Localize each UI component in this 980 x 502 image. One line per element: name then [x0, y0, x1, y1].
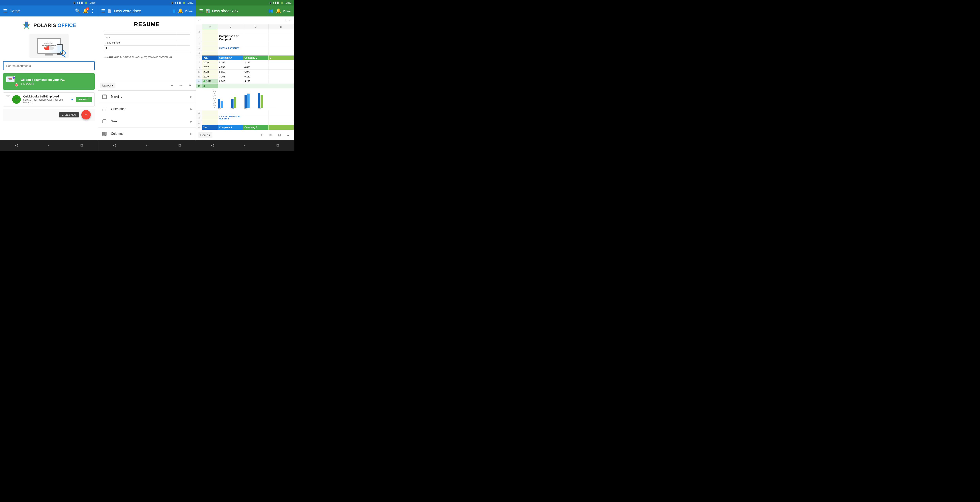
cell-d25[interactable] — [269, 110, 294, 115]
cell-b27[interactable] — [218, 120, 243, 125]
done-button-2[interactable]: Done — [185, 10, 193, 13]
cell-d6[interactable] — [269, 51, 294, 55]
promo-banner[interactable]: 👤 ⚠ Co-edit documents on your PC. See De… — [3, 73, 95, 89]
cell-b2[interactable] — [218, 29, 243, 34]
cell-a6[interactable] — [202, 51, 218, 55]
cell-d7-header[interactable]: C — [269, 56, 294, 60]
cell-a4[interactable] — [202, 41, 218, 46]
bell-icon-3[interactable]: 🔔 — [276, 8, 281, 14]
cell-d27[interactable] — [269, 120, 294, 125]
sort-desc-icon[interactable]: ⇩ — [285, 19, 287, 22]
cell-a26[interactable] — [202, 115, 218, 120]
cell-title[interactable]: Comparison of Competit — [218, 34, 243, 41]
recent-nav-icon[interactable]: □ — [81, 143, 83, 147]
hamburger-icon[interactable]: ☰ — [3, 8, 7, 14]
checkmark-icon[interactable]: ✓ — [289, 19, 291, 22]
cell-c5[interactable] — [243, 46, 269, 51]
cell-c27[interactable] — [243, 120, 269, 125]
cell-b25[interactable] — [218, 110, 243, 115]
menu-item-margins[interactable]: Margins ▶ — [98, 91, 196, 103]
create-new-fab[interactable]: + — [81, 110, 91, 120]
cell-c3[interactable] — [243, 34, 269, 41]
cell-c28-header[interactable]: Company B — [243, 125, 269, 130]
cell-b8[interactable]: 5,155 — [218, 60, 243, 65]
expand-icon[interactable]: ∨ — [186, 82, 194, 89]
menu-item-columns[interactable]: Columns ▶ — [98, 127, 196, 140]
cell-c26[interactable] — [243, 115, 269, 120]
cell-d9[interactable] — [269, 65, 294, 69]
cell-a27[interactable] — [202, 120, 218, 125]
back-nav-icon-2[interactable]: ◁ — [113, 143, 116, 147]
home-nav-icon-2[interactable]: ○ — [146, 143, 148, 147]
collapse-icon[interactable]: ∧ — [285, 132, 291, 139]
copy-icon[interactable]: ⊡ — [276, 132, 283, 139]
recent-nav-icon-2[interactable]: □ — [178, 143, 181, 147]
cell-b7-header[interactable]: Company A — [218, 56, 243, 60]
cell-d2[interactable] — [269, 29, 294, 34]
cell-d12[interactable] — [269, 79, 294, 83]
done-button-3[interactable]: Done — [283, 10, 291, 13]
cell-b9[interactable]: 4,859 — [218, 65, 243, 69]
menu-item-orientation[interactable]: Orientation ▶ — [98, 103, 196, 115]
cell-c13[interactable] — [243, 84, 269, 88]
install-button[interactable]: INSTALL — [76, 97, 92, 102]
drawer-icon-3[interactable]: ☰ — [199, 8, 203, 14]
cell-c6[interactable] — [243, 51, 269, 55]
more-options-icon[interactable]: ⋮ — [91, 8, 95, 14]
cell-d8[interactable] — [269, 60, 294, 65]
cell-a7-header[interactable]: Year — [202, 56, 218, 60]
cell-d4[interactable] — [269, 41, 294, 46]
home-nav-icon[interactable]: ○ — [48, 143, 50, 147]
cell-c9[interactable]: 4,078 — [243, 65, 269, 69]
cell-d28-header[interactable] — [269, 125, 294, 130]
cell-d26[interactable] — [269, 115, 294, 120]
cell-chart-label[interactable]: UNIT SALES TRENDS — [218, 46, 243, 51]
cell-b13[interactable] — [218, 84, 243, 88]
cell-b10[interactable]: 6,550 — [218, 70, 243, 74]
cell-c10[interactable]: 6,972 — [243, 70, 269, 74]
back-nav-icon-3[interactable]: ◁ — [211, 143, 214, 147]
cell-a25[interactable] — [202, 110, 218, 115]
promo-detail[interactable]: See Details — [21, 82, 65, 85]
back-nav-icon[interactable]: ◁ — [15, 143, 18, 147]
cell-b28-header[interactable]: Company A — [218, 125, 243, 130]
share-icon-3[interactable]: 👥 — [268, 8, 274, 14]
home-nav-icon-3[interactable]: ○ — [244, 143, 247, 147]
search-icon[interactable]: 🔍 — [75, 8, 80, 14]
home-dropdown[interactable]: Home ▾ — [198, 132, 212, 138]
cell-b6[interactable] — [218, 51, 243, 55]
layout-dropdown[interactable]: Layout ▾ — [100, 83, 115, 88]
cell-b12[interactable]: 6,248 — [218, 79, 243, 83]
cell-a8[interactable]: 2006 — [202, 60, 218, 65]
cell-d10[interactable] — [269, 70, 294, 74]
cell-d5[interactable] — [269, 46, 294, 51]
drawer-icon-2[interactable]: ☰ — [101, 8, 105, 14]
search-input[interactable] — [3, 61, 95, 70]
cell-c4[interactable] — [243, 41, 269, 46]
cell-d11[interactable] — [269, 74, 294, 79]
cell-c2[interactable] — [243, 29, 269, 34]
cell-b11[interactable]: 7,168 — [218, 74, 243, 79]
cell-c11[interactable]: 6,130 — [243, 74, 269, 79]
cell-a12[interactable]: 2010 — [202, 79, 218, 83]
cell-chart-label2[interactable]: SALES COMPARISON - QUANTITY — [218, 115, 243, 120]
share-icon-2[interactable]: 👥 — [170, 8, 175, 14]
pen-icon[interactable]: ✏ — [177, 82, 185, 89]
cell-c25[interactable] — [243, 110, 269, 115]
cell-a3[interactable] — [202, 34, 218, 41]
bell-icon-2[interactable]: 🔔 — [178, 8, 183, 14]
recent-nav-icon-3[interactable]: □ — [277, 143, 279, 147]
cell-b4[interactable] — [218, 41, 243, 46]
cell-a9[interactable]: 2007 — [202, 65, 218, 69]
menu-item-size[interactable]: Size ▶ — [98, 115, 196, 127]
cell-a5[interactable] — [202, 46, 218, 51]
cell-d3[interactable] — [269, 34, 294, 41]
undo-button[interactable]: ↩ — [169, 82, 175, 89]
cell-c8[interactable]: 3,216 — [243, 60, 269, 65]
cell-c7-header[interactable]: Company B — [243, 56, 269, 60]
notification-icon[interactable]: 🔔 1 — [83, 8, 88, 14]
cell-d13[interactable] — [269, 84, 294, 88]
cell-a13[interactable] — [202, 84, 218, 88]
cell-a11[interactable]: 2009 — [202, 74, 218, 79]
cell-c12[interactable]: 5,248 — [243, 79, 269, 83]
